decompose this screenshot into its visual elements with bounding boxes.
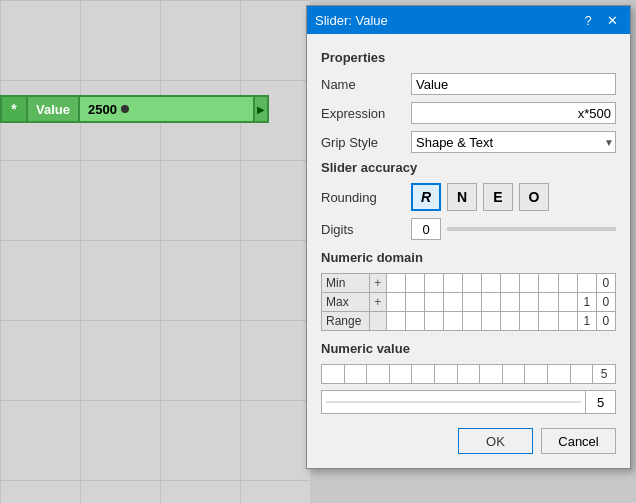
slider-label: Value bbox=[28, 95, 80, 123]
dialog-title: Slider: Value bbox=[315, 13, 388, 28]
cancel-button[interactable]: Cancel bbox=[541, 428, 616, 454]
rounding-btn-E[interactable]: E bbox=[483, 183, 513, 211]
expression-row: Expression bbox=[321, 102, 616, 124]
digits-input[interactable] bbox=[411, 218, 441, 240]
domain-max-row: Max + 1 0 bbox=[322, 293, 616, 312]
numeric-domain-label: Numeric domain bbox=[321, 250, 616, 265]
numeric-value-row: 5 bbox=[322, 365, 616, 384]
name-input[interactable] bbox=[411, 73, 616, 95]
ok-button[interactable]: OK bbox=[458, 428, 533, 454]
min-label: Min bbox=[322, 274, 370, 293]
rounding-row: Rounding R N E O bbox=[321, 183, 616, 211]
slider-widget[interactable]: * Value 2500 ▶ bbox=[0, 93, 269, 125]
name-row: Name bbox=[321, 73, 616, 95]
grip-style-row: Grip Style Shape & Text Shape Only Text … bbox=[321, 131, 616, 153]
help-button[interactable]: ? bbox=[578, 11, 598, 29]
slider-arrow-icon: ▶ bbox=[257, 104, 265, 115]
numeric-value-table: 5 bbox=[321, 364, 616, 384]
expression-label: Expression bbox=[321, 106, 411, 121]
rounding-btn-R[interactable]: R bbox=[411, 183, 441, 211]
range-sign bbox=[369, 312, 386, 331]
value-slider-container[interactable]: 5 bbox=[321, 390, 616, 414]
grip-style-label: Grip Style bbox=[321, 135, 411, 150]
digits-slider[interactable] bbox=[447, 227, 616, 231]
numeric-value-label: Numeric value bbox=[321, 341, 616, 356]
background-area bbox=[0, 0, 310, 503]
slider-track[interactable]: 2500 bbox=[80, 95, 255, 123]
range-label: Range bbox=[322, 312, 370, 331]
dialog-titlebar: Slider: Value ? ✕ bbox=[307, 6, 630, 34]
slider-dialog: Slider: Value ? ✕ Properties Name Expres… bbox=[306, 5, 631, 469]
max-label: Max bbox=[322, 293, 370, 312]
slider-dot-icon bbox=[121, 105, 129, 113]
slider-accuracy-label: Slider accuracy bbox=[321, 160, 616, 175]
digits-row: Digits bbox=[321, 218, 616, 240]
rounding-btn-N[interactable]: N bbox=[447, 183, 477, 211]
digits-label: Digits bbox=[321, 222, 411, 237]
numeric-domain-table: Min + 0 Max bbox=[321, 273, 616, 331]
grid-pattern bbox=[0, 0, 310, 503]
rounding-btn-O[interactable]: O bbox=[519, 183, 549, 211]
bottom-buttons: OK Cancel bbox=[321, 428, 616, 454]
value-slider-input[interactable]: 5 bbox=[585, 391, 615, 413]
domain-range-row: Range 1 0 bbox=[322, 312, 616, 331]
rounding-buttons: R N E O bbox=[411, 183, 549, 211]
dialog-body: Properties Name Expression Grip Style Sh… bbox=[307, 34, 630, 468]
slider-asterisk-icon: * bbox=[0, 95, 28, 123]
slider-right-handle[interactable]: ▶ bbox=[255, 95, 269, 123]
properties-section-label: Properties bbox=[321, 50, 616, 65]
dialog-controls: ? ✕ bbox=[578, 11, 622, 29]
min-plus: + bbox=[369, 274, 386, 293]
slider-value: 2500 bbox=[88, 102, 117, 117]
name-label: Name bbox=[321, 77, 411, 92]
expression-input[interactable] bbox=[411, 102, 616, 124]
rounding-label: Rounding bbox=[321, 190, 411, 205]
max-plus: + bbox=[369, 293, 386, 312]
domain-min-row: Min + 0 bbox=[322, 274, 616, 293]
value-slider-track-area[interactable] bbox=[322, 391, 585, 413]
grip-style-select-wrapper: Shape & Text Shape Only Text Only None ▼ bbox=[411, 131, 616, 153]
close-button[interactable]: ✕ bbox=[602, 11, 622, 29]
grip-style-select[interactable]: Shape & Text Shape Only Text Only None bbox=[411, 131, 616, 153]
value-slider-track[interactable] bbox=[326, 401, 581, 403]
